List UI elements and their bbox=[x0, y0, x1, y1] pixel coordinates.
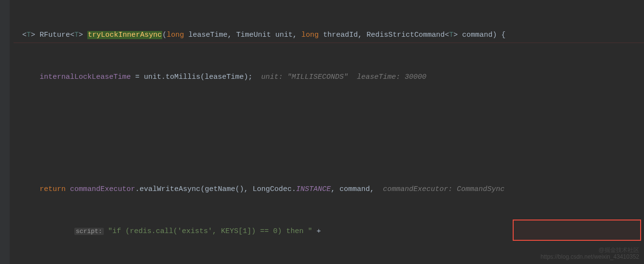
watermark-csdn: https://blog.csdn.net/weixin_43410352 bbox=[541, 253, 639, 260]
inlay-hint: unit: "MILLISECONDS" leaseTime: 30000 bbox=[261, 73, 426, 81]
generic-type: T bbox=[27, 31, 31, 39]
field-commandexecutor: commandExecutor bbox=[70, 185, 135, 193]
inlay-hint: commandExecutor: CommandSync bbox=[383, 185, 504, 193]
field-internalleasetime: internalLockLeaseTime bbox=[40, 73, 131, 81]
param-hint-script: script: bbox=[74, 228, 104, 235]
region-marker bbox=[14, 43, 644, 43]
method-trylockinner: tryLockInnerAsync bbox=[87, 31, 162, 39]
code-line[interactable] bbox=[0, 112, 644, 126]
code-line[interactable]: return commandExecutor.evalWriteAsync(ge… bbox=[0, 182, 644, 196]
keyword-return: return bbox=[40, 185, 66, 193]
watermark-juejin: @掘金技术社区 bbox=[599, 247, 639, 253]
highlight-box-getlockname bbox=[513, 220, 641, 241]
code-line[interactable]: internalLockLeaseTime = unit.toMillis(le… bbox=[0, 70, 644, 84]
method-evalwriteasync: evalWriteAsync bbox=[140, 185, 200, 193]
type-rfuture: RFuture bbox=[40, 31, 70, 39]
string-literal: "if (redis.call('exists', KEYS[1]) == 0)… bbox=[108, 227, 312, 235]
static-instance: INSTANCE bbox=[296, 185, 331, 193]
code-line[interactable]: <T> RFuture<T> tryLockInnerAsync(long le… bbox=[0, 28, 644, 42]
